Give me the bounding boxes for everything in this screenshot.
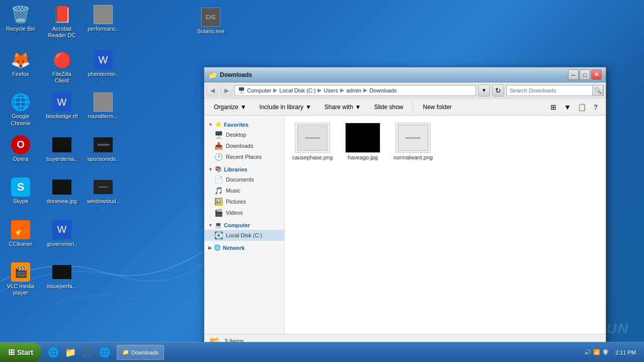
back-button[interactable]: ◀	[206, 84, 218, 97]
favorites-label: Favorites	[224, 122, 249, 128]
sponsoreds-label: sponsoreds...	[87, 156, 119, 169]
computer-icon-sidebar: 💻	[215, 222, 222, 228]
system-tray: 🔊 📶 🛡️ 2:11 PM	[580, 348, 644, 356]
sidebar-item-videos[interactable]: 🎬 Videos	[204, 207, 284, 218]
desktop-icon-buyerdema[interactable]: buyerdema...	[44, 133, 80, 171]
help-button[interactable]: ?	[590, 101, 602, 113]
desktop-icon-recycle-bin[interactable]: 🗑️ Recycle Bin	[3, 3, 39, 41]
desktop-icon-filezilla[interactable]: 🔴 FileZilla Client	[44, 48, 80, 86]
desktop-icon-governmen[interactable]: W governmen...	[44, 218, 80, 256]
music-icon: 🎵	[214, 187, 223, 195]
sidebar-item-desktop[interactable]: 🖥️ Desktop	[204, 129, 284, 140]
desktop-icon-performance[interactable]: performanc...	[85, 3, 121, 41]
recent-places-icon: 🕐	[214, 153, 223, 161]
taskbar-chrome-icon[interactable]: 🌐	[97, 344, 113, 360]
path-sep2: ▶	[317, 87, 321, 94]
desktop-icon-acrobat[interactable]: 📕 Acrobat Reader DC	[44, 3, 80, 41]
favorites-header[interactable]: ▼ ⭐ Favorites	[204, 120, 284, 129]
taskbar-downloads-window[interactable]: 📁 Downloads	[117, 345, 164, 360]
window-title: Downloads	[220, 71, 568, 78]
view-dropdown-button[interactable]: ▼	[561, 101, 574, 113]
taskbar-mediaplayer-icon[interactable]: 🎵	[79, 344, 96, 360]
close-button[interactable]: ✕	[591, 69, 602, 80]
desktop-icon-opera[interactable]: O Opera	[3, 133, 39, 171]
refresh-button[interactable]: ↻	[492, 84, 504, 97]
share-with-button[interactable]: Share with ▼	[319, 101, 367, 114]
sidebar-item-recent-places[interactable]: 🕐 Recent Places	[204, 151, 284, 162]
address-dropdown-button[interactable]: ▼	[478, 84, 490, 97]
libraries-header[interactable]: ▼ 📚 Libraries	[204, 164, 284, 174]
desktop-icons-main: 🦊 Firefox 🔴 FileZilla Client W phentermi…	[3, 48, 121, 298]
path-computer: Computer	[247, 87, 271, 94]
sidebar-item-downloads[interactable]: 📥 Downloads	[204, 140, 284, 151]
desktop-icon-solaris[interactable]: EXE Solaris.exe	[193, 5, 229, 37]
libraries-section: ▼ 📚 Libraries 📄 Documents 🎵 Music 🖼️ Pic…	[204, 164, 284, 218]
tray-security-icon[interactable]: 🛡️	[602, 349, 609, 355]
tray-network-icon[interactable]: 📶	[593, 349, 600, 355]
forward-button[interactable]: ▶	[220, 84, 232, 97]
organize-button[interactable]: Organize ▼	[208, 101, 252, 114]
desktop-icon-roundterm[interactable]: roundterm...	[85, 90, 121, 128]
desktop-icon-sponsoreds[interactable]: sponsoreds...	[85, 133, 121, 171]
desktop-icon-phentermin[interactable]: W phentermin...	[85, 48, 121, 86]
organize-chevron: ▼	[240, 104, 247, 111]
videos-icon: 🎬	[214, 209, 223, 217]
donesea-icon	[52, 177, 72, 197]
file-item-haveago[interactable]: haveago.jpg	[340, 121, 385, 162]
network-header[interactable]: ▶ 🌐 Network	[204, 243, 284, 252]
haveago-label: haveago.jpg	[348, 154, 378, 160]
roundterm-icon	[93, 92, 113, 112]
sponsoreds-icon	[93, 135, 113, 155]
recycle-bin-label: Recycle Bin	[6, 26, 35, 32]
buyerdema-label: buyerdema...	[46, 156, 78, 169]
start-button[interactable]: ⊞ Start	[0, 343, 41, 362]
desktop-icon-skype[interactable]: S Skype	[3, 175, 39, 213]
taskbar: ⊞ Start 🌐 📁 🎵 🌐 📁 Downloads 🔊 📶 🛡️ 2:11 …	[0, 342, 644, 362]
include-in-library-button[interactable]: Include in library ▼	[254, 101, 317, 114]
search-button[interactable]: 🔍	[592, 85, 603, 96]
computer-section: ▼ 💻 Computer 💽 Local Disk (C:)	[204, 220, 284, 241]
causephase-label: causephase.png	[292, 154, 333, 160]
include-chevron: ▼	[305, 104, 311, 111]
tray-volume-icon[interactable]: 🔊	[584, 349, 591, 355]
desktop-icon-issueperfa[interactable]: issueperfa...	[44, 260, 80, 298]
desktop-icon-vlc[interactable]: 🎬 VLC media player	[3, 260, 39, 298]
system-tray-icons: 🔊 📶 🛡️	[584, 349, 609, 355]
window-controls: ─ □ ✕	[568, 69, 602, 80]
taskbar-explorer-icon[interactable]: 📁	[62, 344, 78, 360]
sidebar-item-local-disk[interactable]: 💽 Local Disk (C:)	[204, 230, 284, 241]
network-expand-icon: ▶	[208, 245, 212, 250]
view-icon-button[interactable]: ⊞	[547, 101, 559, 113]
new-folder-label: New folder	[423, 104, 451, 111]
organize-label: Organize	[214, 104, 238, 111]
desktop-icon-donesea[interactable]: donesea.jpg	[44, 175, 80, 213]
address-path[interactable]: 🖥️ Computer ▶ Local Disk (C:) ▶ Users ▶ …	[234, 85, 476, 96]
acrobat-icon: 📕	[52, 5, 72, 25]
sidebar-item-documents[interactable]: 📄 Documents	[204, 174, 284, 185]
system-clock[interactable]: 2:11 PM	[611, 348, 640, 356]
search-input[interactable]	[507, 87, 592, 94]
computer-header[interactable]: ▼ 💻 Computer	[204, 220, 284, 230]
file-item-causephase[interactable]: causephase.png	[290, 121, 335, 162]
sidebar-item-music[interactable]: 🎵 Music	[204, 185, 284, 196]
minimize-button[interactable]: ─	[568, 69, 579, 80]
phentermin-icon: W	[93, 50, 113, 70]
firefox-icon: 🦊	[11, 50, 31, 70]
file-item-normalwant[interactable]: normalwant.png	[390, 121, 436, 162]
new-folder-button[interactable]: New folder	[417, 101, 457, 114]
title-bar: 📁 Downloads ─ □ ✕	[204, 67, 606, 82]
network-label: Network	[223, 245, 245, 251]
buyerdema-icon	[52, 135, 72, 155]
taskbar-ie-icon[interactable]: 🌐	[45, 344, 61, 360]
slide-show-button[interactable]: Slide show	[368, 101, 409, 114]
performance-label: performanc...	[87, 26, 119, 39]
desktop-icon-windowstud[interactable]: windowstud...	[85, 175, 121, 213]
preview-button[interactable]: 📋	[576, 101, 588, 113]
desktop-icon-blockedge[interactable]: W blockedge.rtf	[44, 90, 80, 128]
sidebar-item-pictures[interactable]: 🖼️ Pictures	[204, 196, 284, 207]
maximize-button[interactable]: □	[580, 69, 590, 80]
desktop-icon-firefox[interactable]: 🦊 Firefox	[3, 48, 39, 86]
desktop-icon-chrome[interactable]: 🌐 Google Chrome	[3, 90, 39, 128]
desktop-icon-ccleaner[interactable]: 🧹 CCleaner	[3, 218, 39, 256]
haveago-thumb	[345, 123, 380, 153]
